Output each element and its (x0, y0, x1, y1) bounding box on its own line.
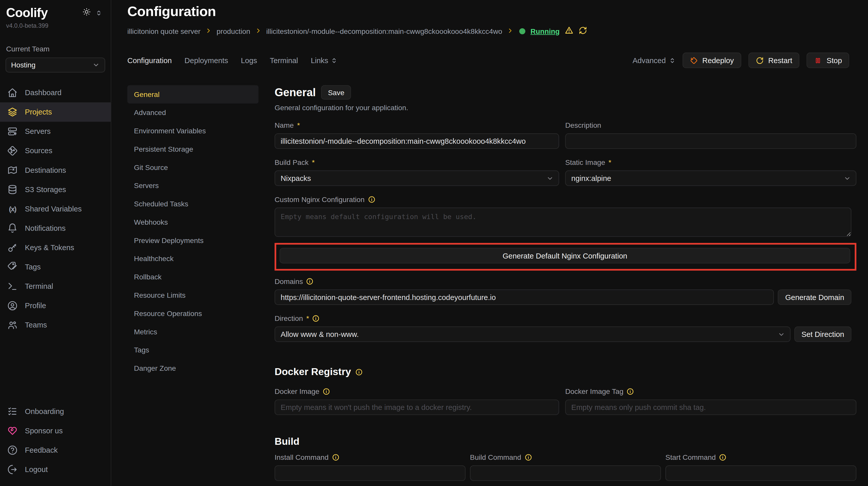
sidebar-bottom-nav: Onboarding Sponsor us Feedback Logout (0, 402, 111, 479)
sidebar-item-servers[interactable]: Servers (0, 122, 111, 141)
theme-sun-icon[interactable] (83, 8, 91, 18)
theme-switcher-chevrons-icon[interactable] (96, 8, 102, 18)
custom-nginx-textarea[interactable] (275, 207, 851, 237)
info-icon[interactable] (368, 196, 375, 203)
breadcrumb-application[interactable]: illicitestonion/-module--decomposition:m… (266, 27, 502, 36)
users-icon (7, 320, 18, 330)
info-icon[interactable] (323, 388, 330, 395)
subnav-item-environment-variables[interactable]: Environment Variables (127, 122, 258, 140)
sidebar-item-sponsor-us[interactable]: Sponsor us (0, 421, 111, 441)
breadcrumb-project[interactable]: illicitonion quote server (127, 27, 200, 36)
tab-logs[interactable]: Logs (241, 56, 257, 65)
name-label: Name (275, 121, 294, 130)
info-icon[interactable] (306, 278, 313, 285)
sidebar-item-projects[interactable]: Projects (0, 102, 111, 122)
breadcrumb-environment[interactable]: production (217, 27, 250, 36)
status-badge[interactable]: Running (530, 27, 560, 36)
tab-links[interactable]: Links (311, 56, 337, 65)
sidebar-item-shared-variables[interactable]: (x) Shared Variables (0, 199, 111, 219)
subnav-item-servers[interactable]: Servers (127, 176, 258, 195)
sidebar-item-notifications[interactable]: Notifications (0, 219, 111, 238)
info-icon[interactable] (719, 454, 726, 461)
subnav-item-resource-limits[interactable]: Resource Limits (127, 286, 258, 304)
description-input[interactable] (565, 133, 856, 149)
build-command-input[interactable] (470, 465, 661, 481)
info-icon[interactable] (355, 368, 363, 376)
team-select[interactable]: Hosting (6, 58, 105, 72)
install-command-input[interactable] (275, 465, 466, 481)
info-icon[interactable] (332, 454, 339, 461)
sidebar-item-s3-storages[interactable]: S3 Storages (0, 180, 111, 199)
subnav-item-danger-zone[interactable]: Danger Zone (127, 359, 258, 377)
git-diamond-icon (7, 145, 18, 156)
sidebar-item-logout[interactable]: Logout (0, 460, 111, 479)
layers-icon (7, 107, 18, 117)
current-team-label: Current Team (0, 45, 111, 53)
tab-configuration[interactable]: Configuration (127, 56, 172, 65)
subnav-item-scheduled-tasks[interactable]: Scheduled Tasks (127, 195, 258, 213)
sidebar-item-teams[interactable]: Teams (0, 316, 111, 335)
direction-value: Allow www & non-www. (281, 330, 359, 338)
app-root: Coolify v4.0.0-beta.399 Current Team Hos… (0, 0, 868, 486)
chevron-right-icon (255, 27, 261, 36)
subnav-item-general[interactable]: General (127, 85, 258, 103)
page-title: Configuration (127, 3, 856, 19)
chevron-right-icon (507, 27, 514, 36)
chevron-right-icon (206, 27, 212, 36)
sidebar-item-dashboard[interactable]: Dashboard (0, 83, 111, 102)
advanced-menu[interactable]: Advanced (632, 56, 675, 65)
save-button[interactable]: Save (321, 85, 351, 100)
general-form: General Save General configuration for y… (275, 85, 857, 486)
subnav-item-rollback[interactable]: Rollback (127, 268, 258, 286)
restart-button[interactable]: Restart (748, 53, 800, 68)
sidebar-item-keys-tokens[interactable]: Keys & Tokens (0, 238, 111, 257)
map-icon (7, 165, 18, 175)
domains-input[interactable] (275, 289, 774, 305)
main-area: Configuration illicitonion quote server … (111, 0, 868, 486)
static-image-select[interactable]: nginx:alpine (565, 170, 856, 186)
direction-select[interactable]: Allow www & non-www. (275, 326, 790, 342)
refresh-status-icon[interactable] (579, 26, 588, 36)
docker-image-label: Docker Image (275, 387, 319, 396)
subnav-item-preview-deployments[interactable]: Preview Deployments (127, 231, 258, 250)
redeploy-button[interactable]: Redeploy (682, 53, 741, 68)
subnav-item-resource-operations[interactable]: Resource Operations (127, 304, 258, 323)
status-dot (519, 28, 525, 34)
sidebar-nav: Dashboard Projects Servers Sources Desti… (0, 83, 111, 335)
sidebar-item-tags[interactable]: Tags (0, 257, 111, 277)
sidebar-item-profile[interactable]: Profile (0, 296, 111, 315)
warning-triangle-icon[interactable] (565, 26, 574, 36)
subnav-item-git-source[interactable]: Git Source (127, 158, 258, 176)
subnav-item-advanced[interactable]: Advanced (127, 103, 258, 122)
subnav-item-webhooks[interactable]: Webhooks (127, 213, 258, 231)
sidebar-item-terminal[interactable]: Terminal (0, 277, 111, 296)
sidebar-item-feedback[interactable]: Feedback (0, 441, 111, 460)
info-icon[interactable] (312, 315, 319, 322)
required-marker: * (306, 314, 309, 323)
install-command-label: Install Command (275, 453, 329, 461)
docker-image-tag-input[interactable] (565, 399, 856, 415)
help-circle-icon (7, 445, 18, 455)
domains-label: Domains (275, 277, 303, 286)
subnav-item-persistent-storage[interactable]: Persistent Storage (127, 140, 258, 158)
subnav-item-tags[interactable]: Tags (127, 341, 258, 359)
build-pack-select[interactable]: Nixpacks (275, 170, 559, 186)
parentheses-x-icon: (x) (7, 203, 18, 214)
generate-default-nginx-button[interactable]: Generate Default Nginx Configuration (279, 248, 850, 263)
start-command-input[interactable] (665, 465, 856, 481)
info-icon[interactable] (627, 388, 634, 395)
tab-terminal[interactable]: Terminal (270, 56, 298, 65)
stop-button[interactable]: Stop (807, 53, 849, 68)
subnav-item-metrics[interactable]: Metrics (127, 323, 258, 341)
info-icon[interactable] (525, 454, 532, 461)
generate-domain-button[interactable]: Generate Domain (778, 289, 851, 305)
set-direction-button[interactable]: Set Direction (794, 326, 851, 342)
sidebar-item-destinations[interactable]: Destinations (0, 161, 111, 180)
subnav-item-healthcheck[interactable]: Healthcheck (127, 250, 258, 268)
docker-image-input[interactable] (275, 399, 559, 415)
sidebar-item-sources[interactable]: Sources (0, 141, 111, 161)
section-description: General configuration for your applicati… (275, 103, 857, 112)
sidebar-item-onboarding[interactable]: Onboarding (0, 402, 111, 421)
name-input[interactable] (275, 133, 559, 149)
tab-deployments[interactable]: Deployments (185, 56, 228, 65)
